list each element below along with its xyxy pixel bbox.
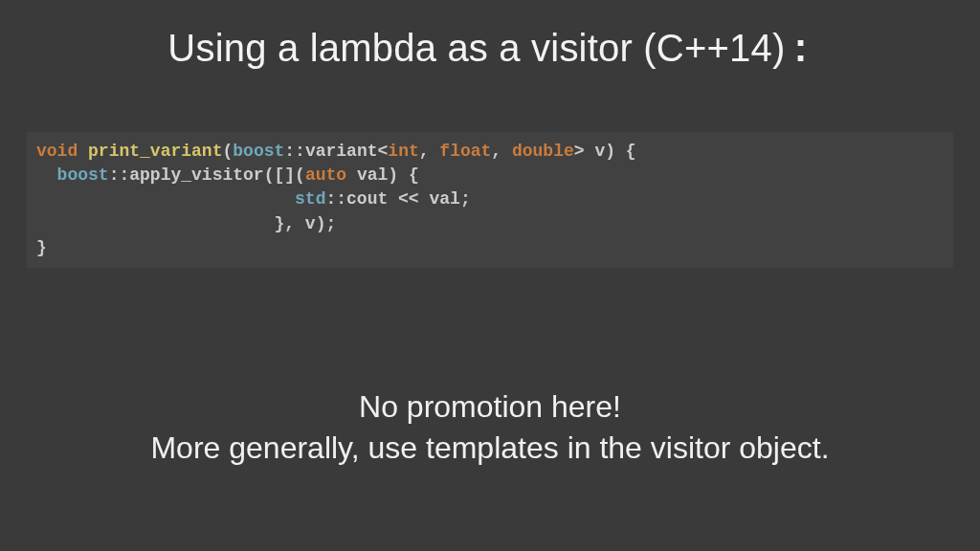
- body-line-1: No promotion here!: [0, 386, 980, 428]
- code-kw: void: [36, 142, 78, 161]
- code-fn: print_variant: [88, 142, 222, 161]
- title-colon: :: [789, 30, 812, 73]
- code-block: void print_variant(boost::variant<int, f…: [27, 132, 953, 268]
- slide-title: Using a lambda as a visitor (C++14):: [0, 27, 980, 73]
- slide: Using a lambda as a visitor (C++14): voi…: [0, 0, 980, 551]
- title-text: Using a lambda as a visitor (C++14): [167, 27, 785, 69]
- body-line-2: More generally, use templates in the vis…: [0, 428, 980, 469]
- slide-body: No promotion here! More generally, use t…: [0, 386, 980, 469]
- code-ns: boost: [233, 142, 284, 161]
